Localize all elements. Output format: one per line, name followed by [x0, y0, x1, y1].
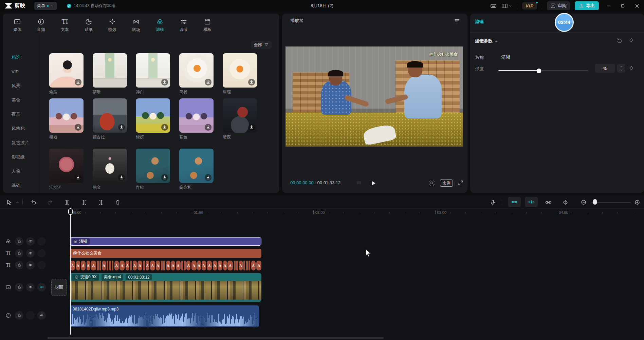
subtitle-segment[interactable]: A [197, 261, 201, 270]
subtitle-segment[interactable]: A [137, 261, 142, 270]
tab-filter[interactable]: 滤镜 [148, 16, 172, 35]
keyframe-diamond-icon[interactable] [628, 37, 634, 43]
filter-card-江浙沪[interactable]: 江浙沪 [49, 149, 84, 190]
strength-slider[interactable] [498, 70, 588, 71]
review-button[interactable]: 审阅 [547, 1, 570, 10]
subtitle-segment[interactable]: A [227, 261, 233, 270]
filter-thumbnail[interactable] [49, 149, 84, 183]
download-icon[interactable] [204, 78, 212, 86]
subtitle-segment[interactable]: A [119, 261, 125, 270]
download-icon[interactable] [248, 124, 255, 131]
window-minimize-button[interactable] [604, 3, 613, 9]
zoom-out-button[interactable] [579, 198, 588, 207]
link-clips-button[interactable] [544, 198, 553, 207]
download-icon[interactable] [74, 78, 82, 86]
subtitle-segment[interactable]: A [176, 261, 181, 270]
category-风格化[interactable]: 风格化 [3, 121, 40, 136]
category-复古胶片[interactable]: 复古胶片 [3, 136, 40, 150]
toggle-visibility-button[interactable] [26, 283, 35, 291]
lock-track-button[interactable] [15, 261, 23, 269]
lock-track-button[interactable] [15, 237, 23, 246]
filter-card-净白[interactable]: 净白 [136, 53, 170, 95]
delete-right-button[interactable] [96, 198, 105, 207]
filter-thumbnail[interactable] [136, 53, 170, 88]
lock-track-button[interactable] [15, 283, 23, 291]
subtitle-segment[interactable] [143, 261, 145, 270]
strength-slider-handle[interactable] [537, 69, 541, 73]
video-preview[interactable]: @什么社么美食 [286, 46, 463, 147]
playhead-line[interactable] [70, 210, 71, 335]
frame-list-icon[interactable] [356, 180, 362, 186]
text-clip[interactable]: @什么社么美食 [70, 249, 261, 258]
window-close-button[interactable] [632, 3, 642, 9]
reset-icon[interactable] [616, 37, 623, 44]
filter-card-绿妍[interactable]: 绿妍 [136, 98, 170, 140]
playhead-handle[interactable] [68, 208, 73, 215]
subtitle-segment[interactable] [107, 261, 108, 270]
select-tool-chevron-icon[interactable] [14, 198, 20, 207]
download-icon[interactable] [204, 124, 212, 131]
subtitle-segment[interactable]: A [81, 261, 86, 270]
filter-thumbnail[interactable] [136, 149, 170, 183]
filter-thumbnail[interactable] [223, 98, 257, 133]
filter-params-section-header[interactable]: 滤镜参数 [475, 38, 498, 44]
subtitle-segment[interactable]: A [156, 261, 160, 270]
filter-thumbnail[interactable] [49, 98, 84, 133]
subtitle-segment[interactable]: A [150, 261, 155, 270]
strength-stepper[interactable] [617, 64, 625, 73]
subtitle-track[interactable]: AAAAAAAAAAAAAAAAAAAAAAAAAAAAA [70, 261, 262, 270]
subtitle-segment[interactable] [161, 261, 163, 270]
subtitle-segment[interactable]: A [166, 261, 170, 270]
filter-card-焕肤[interactable]: 焕肤 [49, 53, 84, 95]
category-VIP[interactable]: VIP [3, 64, 40, 79]
subtitle-segment[interactable]: A [213, 261, 217, 270]
strength-value-input[interactable]: 45 [595, 64, 615, 73]
tab-sticker[interactable]: 贴纸 [77, 16, 100, 35]
play-button[interactable] [368, 178, 378, 188]
subtitle-segment[interactable] [97, 261, 99, 270]
subtitle-segment[interactable] [249, 261, 250, 270]
toggle-visibility-button[interactable] [26, 249, 35, 258]
ratio-button[interactable]: 比例 [440, 180, 453, 187]
download-icon[interactable] [74, 124, 82, 131]
filter-thumbnail[interactable] [93, 53, 127, 88]
keyframe-diamond-icon[interactable] [628, 65, 634, 71]
tab-audio[interactable]: 音频 [29, 16, 53, 35]
category-影视级[interactable]: 影视级 [3, 150, 40, 164]
export-button[interactable]: 导出 [575, 1, 599, 10]
subtitle-segment[interactable] [112, 261, 113, 270]
download-icon[interactable] [74, 174, 82, 181]
preview-axis-toggle[interactable] [525, 197, 538, 207]
filter-thumbnail[interactable] [93, 149, 127, 183]
download-icon[interactable] [161, 78, 168, 86]
player-menu-icon[interactable] [454, 18, 460, 24]
subtitle-segment[interactable]: A [87, 261, 90, 270]
subtitle-segment[interactable]: A [239, 261, 243, 270]
subtitle-segment[interactable]: A [223, 261, 227, 270]
filter-card-清晰[interactable]: 清晰 [93, 53, 127, 95]
category-基础[interactable]: 基础 [3, 178, 40, 193]
stepper-down-icon[interactable] [620, 68, 623, 72]
category-精选[interactable]: 精选 [3, 50, 40, 64]
fullscreen-icon[interactable] [458, 180, 464, 186]
subtitle-segment[interactable]: A [76, 261, 80, 270]
category-风景[interactable]: 风景 [3, 79, 40, 93]
download-icon[interactable] [204, 174, 212, 181]
filter-thumbnail[interactable] [179, 98, 214, 133]
subtitle-segment[interactable] [109, 261, 111, 270]
filter-card-暗夜[interactable]: 暗夜 [223, 98, 257, 140]
timeline-zoom-slider[interactable] [591, 202, 631, 203]
record-voiceover-button[interactable] [488, 198, 497, 207]
mute-track-button[interactable] [37, 283, 46, 291]
download-icon[interactable] [118, 174, 125, 181]
category-夜景[interactable]: 夜景 [3, 107, 40, 121]
category-人像[interactable]: 人像 [3, 164, 40, 178]
subtitle-segment[interactable]: A [171, 261, 175, 270]
filter-card-简餐[interactable]: 简餐 [179, 53, 214, 95]
window-maximize-button[interactable] [618, 3, 627, 8]
split-at-playhead-button[interactable] [561, 198, 570, 207]
subtitle-segment[interactable]: A [114, 261, 119, 270]
vip-badge[interactable]: VIP [522, 2, 537, 10]
subtitle-segment[interactable] [184, 261, 186, 270]
subtitle-segment[interactable]: A [202, 261, 206, 270]
